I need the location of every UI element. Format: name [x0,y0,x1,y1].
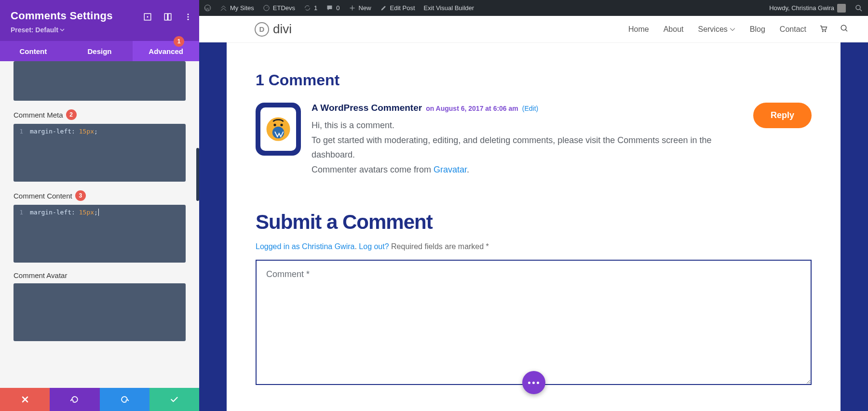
comment-line2: To get started with moderating, editing,… [312,133,744,162]
nav-blog[interactable]: Blog [750,25,765,34]
logo-mark: D [255,22,269,37]
svg-point-11 [825,30,826,31]
site-logo[interactable]: D divi [255,22,292,37]
sidebar-header-icons [143,13,192,21]
comment-line3c: . [467,165,469,174]
tab-advanced-label: Advanced [149,47,183,55]
comment-line3a: Commenter avatars come from [312,165,434,174]
reply-button[interactable]: Reply [753,103,812,128]
comments-count: 0 [336,4,339,12]
gravatar-link[interactable]: Gravatar [434,165,467,174]
sidebar-body: Comment Meta 2 1 margin-left: 15px; Comm… [0,61,199,388]
nav-home[interactable]: Home [628,25,649,34]
main-area: My Sites ETDevs 1 0 New Edit Post Exit V… [199,0,868,411]
section-comment-meta: Comment Meta 2 [14,109,186,120]
wapuu-icon [265,116,292,143]
new-link[interactable]: New [349,4,371,12]
wpbar-left: My Sites ETDevs 1 0 New Edit Post Exit V… [204,4,474,12]
responsive-icon[interactable] [143,13,152,21]
page-content: 1 Comment A Wo [227,42,841,411]
site-name-link[interactable]: ETDevs [263,4,295,12]
settings-sidebar: Comments Settings Preset: Default Conten… [0,0,199,411]
nav-about[interactable]: About [664,25,684,34]
sep: . [354,242,359,251]
dot-icon [528,382,530,384]
comment-item: A WordPress Commenter on August 6, 2017 … [256,103,812,177]
comment-icon [326,4,333,12]
css-semi: ; [94,128,98,135]
new-label: New [359,4,371,12]
code-editor-avatar[interactable] [14,283,186,341]
css-prop: margin-left: [30,128,75,135]
sites-icon [220,4,227,12]
svg-point-12 [841,25,846,30]
svg-point-10 [822,30,823,31]
svg-rect-3 [168,13,171,20]
builder-fab[interactable] [522,371,545,394]
preset-dropdown[interactable]: Preset: Default [11,26,65,34]
dot-icon [537,382,539,384]
save-button[interactable] [149,388,199,411]
section-label-text: Comment Meta [14,111,63,119]
css-val: 15px [79,128,94,135]
primary-nav: Home About Services Blog Contact [628,25,806,34]
more-icon[interactable] [184,13,192,21]
nav-icons [819,24,849,35]
section-badge: 2 [66,109,77,120]
nav-contact[interactable]: Contact [780,25,806,34]
chevron-down-icon [730,27,735,32]
comment-textarea[interactable] [256,260,812,385]
cart-icon[interactable] [819,24,827,35]
section-label-text: Comment Content [14,192,72,200]
comments-heading: 1 Comment [256,71,812,89]
comment-meta: on August 6, 2017 at 6:06 am [426,105,518,112]
dot-icon [532,382,535,384]
updates-count: 1 [314,4,317,12]
my-sites-label: My Sites [230,4,254,12]
wp-logo[interactable] [204,4,211,12]
updates-link[interactable]: 1 [304,4,317,12]
comment-line3: Commenter avatars come from Gravatar. [312,162,744,177]
edit-post-link[interactable]: Edit Post [380,4,415,12]
admin-search[interactable] [854,4,863,13]
exit-vb-label: Exit Visual Builder [424,4,475,12]
comment-body: A WordPress Commenter on August 6, 2017 … [312,103,744,177]
comment-left: A WordPress Commenter on August 6, 2017 … [256,103,744,177]
search-icon [854,4,863,13]
comment-text: Hi, this is a comment. To get started wi… [312,118,744,177]
split-view-icon[interactable] [163,13,172,21]
undo-button[interactable] [50,388,99,411]
svg-point-14 [272,127,285,139]
site-header: D divi Home About Services Blog Contact [199,16,868,42]
discard-button[interactable] [0,388,50,411]
line-number: 1 [18,209,23,216]
comment-edit-link[interactable]: (Edit) [522,105,538,112]
css-prop: margin-left: [30,209,75,216]
redo-button[interactable] [100,388,149,411]
search-icon[interactable] [840,24,849,35]
pencil-icon [380,4,387,12]
tab-design[interactable]: Design [67,41,133,61]
line-number: 1 [18,128,23,135]
exit-vb-link[interactable]: Exit Visual Builder [424,4,475,12]
howdy-link[interactable]: Howdy, Christina Gwira [769,4,846,13]
comment-avatar [256,103,301,156]
comments-link[interactable]: 0 [326,4,339,12]
logout-link[interactable]: Log out? [359,242,389,251]
my-sites-link[interactable]: My Sites [220,4,254,12]
svg-point-9 [856,5,860,10]
submit-heading: Submit a Comment [256,211,812,234]
wordpress-icon [204,4,211,12]
sidebar-tabs: Content Design Advanced 1 [0,41,199,61]
code-editor-meta[interactable]: 1 margin-left: 15px; [14,124,186,182]
code-editor-prev[interactable] [14,61,186,101]
svg-point-15 [273,124,276,126]
svg-point-16 [280,124,283,126]
svg-point-5 [188,16,189,18]
code-editor-content[interactable]: 1 margin-left: 15px; [14,205,186,263]
tab-content[interactable]: Content [0,41,67,61]
nav-services[interactable]: Services [698,25,735,34]
logged-in-link[interactable]: Logged in as Christina Gwira [256,242,354,251]
tab-advanced[interactable]: Advanced 1 [133,41,199,61]
svg-point-1 [147,16,149,18]
